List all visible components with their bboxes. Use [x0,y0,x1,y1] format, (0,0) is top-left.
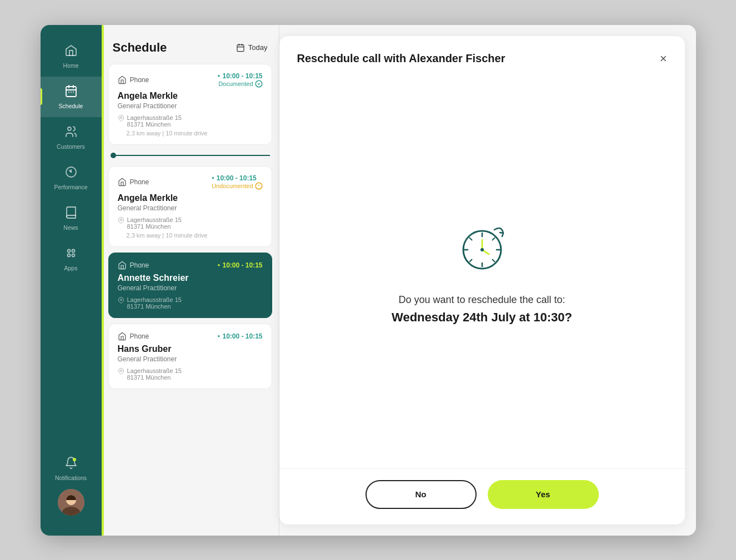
check-circle-icon-1 [255,80,263,88]
phone-home-icon-1 [118,75,127,84]
main-content: Schedule Today [102,25,696,536]
yes-button[interactable]: Yes [488,480,599,509]
card-distance-2: 2,3 km away | 10 minute drive [127,232,263,239]
sidebar-item-schedule[interactable]: Schedule [41,77,102,117]
modal-header: Reschedule call with Alexander Fischer × [279,36,685,77]
card-status-2: Undocumented [212,182,263,190]
sidebar-item-label-performance: Performance [54,184,87,190]
svg-point-28 [120,299,122,300]
phone-home-icon-2 [118,178,127,186]
reschedule-question: Do you want to reschedule the call to: [398,294,565,306]
card-status-1: Documented [218,80,263,88]
schedule-card-4[interactable]: Phone ● 10:00 - 10:15 Hans Gruber Genera… [108,324,272,389]
performance-icon [64,165,78,181]
card-type-1: Phone [118,75,149,84]
sidebar-item-label-home: Home [63,62,78,69]
active-time-line [108,153,272,158]
card-time-1: ● 10:00 - 10:15 [218,72,263,80]
schedule-card-2[interactable]: Phone ● 10:00 - 10:15 Undocumented [108,166,272,247]
modal-title: Reschedule call with Alexander Fischer [297,52,505,65]
svg-point-12 [72,254,74,256]
modal-footer: No Yes [279,468,685,524]
no-button[interactable]: No [366,480,477,509]
phone-home-icon-3 [118,261,127,270]
sidebar: Home Schedule [41,25,102,536]
close-icon: × [660,52,667,66]
schedule-card-3[interactable]: Phone ● 10:00 - 10:15 Annette Schreier G… [108,253,272,318]
card-header-2: Phone ● 10:00 - 10:15 Undocumented [118,174,263,190]
today-button[interactable]: Today [236,43,268,52]
location-icon-1 [118,115,124,122]
location-icon-2 [118,217,124,224]
address-lines-1: Lagerhausstraße 15 81371 München [127,114,182,128]
card-role-2: General Practitioner [118,204,263,212]
card-type-2: Phone [118,178,149,186]
card-type-label-4: Phone [130,332,149,340]
card-type-label-3: Phone [130,261,149,269]
schedule-header: Schedule Today [102,25,279,64]
modal-close-button[interactable]: × [660,52,667,66]
svg-point-9 [67,249,70,252]
card-header-4: Phone ● 10:00 - 10:15 [118,332,263,341]
card-name-4: Hans Gruber [118,344,263,354]
card-type-4: Phone [118,332,149,341]
address-lines-3: Lagerhausstraße 15 81371 München [127,296,182,310]
apps-icon [64,246,78,262]
sidebar-item-label-schedule: Schedule [59,103,83,109]
schedule-active-stripe [102,25,104,536]
active-bar [41,88,42,105]
card-time-status-2: ● 10:00 - 10:15 Undocumented [212,174,263,190]
sidebar-item-customers[interactable]: Customers [41,117,102,158]
sidebar-item-news[interactable]: News [41,198,102,239]
svg-point-11 [67,254,70,256]
address-lines-4: Lagerhausstraße 15 81371 München [127,367,182,381]
card-time-status-1: ● 10:00 - 10:15 Documented [218,72,263,88]
schedule-card-1[interactable]: Phone ● 10:00 - 10:15 Documented [108,64,272,145]
calendar-icon [236,43,245,52]
card-header-1: Phone ● 10:00 - 10:15 Documented [118,72,263,88]
svg-line-38 [469,259,472,261]
address-lines-2: Lagerhausstraße 15 81371 München [127,216,182,230]
schedule-cards: Phone ● 10:00 - 10:15 Documented [102,64,279,536]
location-icon-3 [118,297,124,304]
svg-rect-0 [66,87,76,97]
schedule-title: Schedule [113,41,167,55]
svg-line-37 [492,238,494,240]
card-address-4: Lagerhausstraße 15 81371 München [118,367,263,381]
card-name-1: Angela Merkle [118,91,263,101]
svg-point-29 [120,370,122,371]
sidebar-item-home[interactable]: Home [41,36,102,77]
svg-point-23 [120,117,122,118]
card-distance-1: 2,3 km away | 10 minute drive [127,130,263,137]
svg-point-10 [72,249,74,252]
user-avatar[interactable] [58,489,84,516]
sidebar-item-performance[interactable]: Performance [41,158,102,198]
card-time-2: ● 10:00 - 10:15 [212,174,263,182]
news-icon [64,206,78,221]
notifications-icon [64,456,78,472]
sidebar-item-apps[interactable]: Apps [41,239,102,279]
active-dot [111,153,116,158]
sidebar-item-label-apps: Apps [64,265,78,271]
card-address-1: Lagerhausstraße 15 81371 München [118,114,263,128]
clock-icon [454,221,510,276]
active-line-bar [116,155,270,156]
svg-point-27 [120,219,122,220]
svg-rect-18 [237,44,244,51]
sidebar-item-label-customers: Customers [57,143,85,150]
sidebar-item-label-news: News [63,224,78,231]
card-time-3: ● 10:00 - 10:15 [218,261,263,269]
card-type-label-2: Phone [130,178,149,186]
sidebar-item-notifications[interactable]: Notifications [41,448,102,489]
svg-point-7 [68,127,71,130]
card-role-4: General Practitioner [118,355,263,363]
schedule-panel: Schedule Today [102,25,279,536]
warning-icon-2 [255,182,263,190]
card-role-3: General Practitioner [118,284,263,292]
reschedule-date: Wednesday 24th July at 10:30? [392,310,572,325]
card-address-3: Lagerhausstraße 15 81371 München [118,296,263,310]
card-type-3: Phone [118,261,149,270]
phone-home-icon-4 [118,332,127,341]
card-header-3: Phone ● 10:00 - 10:15 [118,261,263,270]
modal-panel: Reschedule call with Alexander Fischer × [279,36,685,524]
